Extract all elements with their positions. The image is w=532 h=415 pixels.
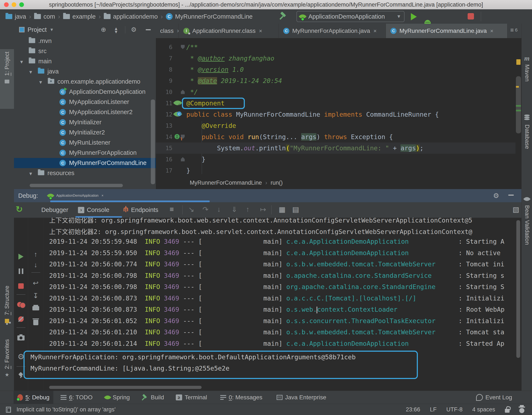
view-breakpoints-icon[interactable]: [14, 302, 28, 307]
caret-position[interactable]: 23:66: [406, 406, 420, 413]
build-project-icon[interactable]: [280, 12, 287, 19]
line-number[interactable]: 14: [156, 131, 172, 142]
tree-item-MyInitializer[interactable]: MyInitializer: [14, 117, 156, 127]
sidebar-item-favorites[interactable]: 2: Favorites★: [0, 337, 14, 389]
step-over-icon[interactable]: ↷: [202, 205, 209, 214]
step-into-icon[interactable]: ↓: [217, 205, 221, 213]
scroll-to-end-icon[interactable]: ↧: [28, 292, 43, 300]
line-number[interactable]: 6: [156, 41, 172, 53]
tree-item-resources[interactable]: ▼resources: [14, 168, 156, 178]
toolwindow-tab-debug[interactable]: 5: Debug: [14, 391, 53, 404]
toolwindow-tab-javaenterprise[interactable]: Java Enterprise: [273, 391, 330, 404]
close-icon[interactable]: ×: [259, 28, 262, 34]
chevron-down-icon[interactable]: ▼: [49, 27, 54, 32]
warning-stripe-mark[interactable]: [516, 86, 519, 88]
line-number[interactable]: 7: [156, 53, 172, 64]
toolwindow-tab-event-log[interactable]: Event Log: [472, 391, 516, 404]
spring-bean-gutter-icon[interactable]: [173, 98, 182, 107]
tree-item-com.example.applicationdemo[interactable]: ▼com.example.applicationdemo: [14, 77, 156, 87]
line-number[interactable]: 17: [156, 165, 172, 176]
breadcrumb-item-java[interactable]: java: [6, 13, 26, 20]
debug-tab-endpoints[interactable]: ψEndpoints: [123, 202, 158, 218]
fold-marker[interactable]: [181, 45, 185, 49]
tree-item-ApplicationDemoApplication[interactable]: ApplicationDemoApplication: [14, 87, 156, 97]
spring-bean-class-gutter-icon[interactable]: [173, 110, 182, 119]
line-number[interactable]: 9: [156, 75, 172, 86]
console-vertical-scrollbar[interactable]: [516, 220, 520, 358]
toolwindow-tab-messages[interactable]: 0: Messages: [217, 391, 266, 404]
tree-item-MyApplicationListener[interactable]: MyApplicationListener: [14, 97, 156, 107]
locate-file-icon[interactable]: ⊕: [101, 26, 106, 33]
tree-expand-arrow[interactable]: ▼: [28, 171, 33, 177]
resume-icon[interactable]: [14, 254, 28, 260]
stop-icon[interactable]: [14, 283, 28, 289]
force-step-into-icon[interactable]: ⇓: [231, 205, 238, 214]
toolwindow-tab-terminal[interactable]: ≥Terminal: [172, 391, 211, 404]
layout-settings-icon[interactable]: ▧: [513, 205, 519, 214]
info-stripe-mark[interactable]: [516, 110, 521, 111]
tree-item-main[interactable]: ▼main: [14, 56, 156, 66]
lock-icon[interactable]: [505, 409, 510, 413]
thread-dump-icon[interactable]: [14, 335, 28, 340]
toolwindow-tab-todo[interactable]: 6: TODO: [57, 391, 96, 404]
error-stripe[interactable]: [515, 38, 522, 189]
editor-tab-MyRunnerForApplication.java[interactable]: MyRunnerForApplication.java×: [279, 24, 386, 38]
close-icon[interactable]: ×: [373, 28, 377, 34]
up-stack-icon[interactable]: ↑: [28, 250, 43, 258]
indent-setting[interactable]: 4 spaces: [472, 406, 495, 413]
down-stack-icon[interactable]: ↓: [28, 261, 43, 269]
run-button[interactable]: [411, 13, 417, 20]
close-icon[interactable]: ×: [101, 194, 103, 198]
tree-item-java[interactable]: ▼java: [14, 66, 156, 77]
run-to-cursor-icon[interactable]: ↦: [260, 205, 266, 214]
soft-wrap-icon[interactable]: ↩: [28, 279, 43, 287]
breadcrumb-item-MyRunnerForCommandLine[interactable]: MyRunnerForCommandLine: [166, 13, 253, 20]
line-number[interactable]: 12: [156, 109, 172, 120]
close-icon[interactable]: ×: [490, 28, 493, 34]
sidebar-item-project[interactable]: 1: Project: [0, 49, 14, 109]
hide-panel-icon[interactable]: [146, 29, 151, 30]
breadcrumb-item-example[interactable]: example: [63, 13, 96, 20]
tree-item-MyApplicationListener2[interactable]: MyApplicationListener2: [14, 107, 156, 117]
tree-item-MyRunListener[interactable]: MyRunListener: [14, 138, 156, 148]
rerun-icon[interactable]: ↻: [16, 204, 23, 214]
gear-icon[interactable]: ⚙: [493, 192, 499, 200]
print-icon[interactable]: [28, 305, 43, 311]
tree-item-MyInitializer2[interactable]: MyInitializer2: [14, 127, 156, 138]
fold-marker[interactable]: [181, 90, 185, 94]
mute-breakpoints-icon[interactable]: [14, 316, 28, 322]
console-horizontal-scrollbar[interactable]: [49, 386, 202, 389]
clear-console-icon[interactable]: [28, 319, 43, 325]
sidebar-item-bean-validation[interactable]: Bean Validation: [522, 196, 532, 245]
tree-horizontal-scrollbar[interactable]: [30, 184, 123, 187]
tree-expand-arrow[interactable]: ▼: [28, 69, 33, 75]
fold-marker[interactable]: [181, 157, 185, 161]
line-number[interactable]: 16: [156, 154, 172, 165]
editor-scrollbar-thumb[interactable]: [516, 76, 521, 133]
line-number[interactable]: 13: [156, 120, 172, 131]
line-number[interactable]: 10: [156, 86, 172, 98]
tree-item-.mvn[interactable]: .mvn: [14, 36, 156, 46]
breadcrumb-item-applicationdemo[interactable]: applicationdemo: [104, 13, 158, 20]
line-number[interactable]: 8: [156, 64, 172, 75]
close-icon[interactable]: ×: [177, 28, 179, 34]
editor-tab-MyRunnerForCommandLine.java[interactable]: MyRunnerForCommandLine.java×: [386, 24, 507, 38]
pause-icon[interactable]: [14, 268, 28, 274]
hide-panel-icon[interactable]: [508, 195, 514, 196]
line-number[interactable]: 15: [156, 142, 172, 154]
collapse-all-icon[interactable]: ▴▾: [115, 27, 117, 33]
tree-item-src[interactable]: src: [14, 46, 156, 56]
run-configuration-select[interactable]: ApplicationDemoApplication ▼: [296, 11, 405, 22]
file-encoding[interactable]: UTF-8: [446, 406, 463, 413]
editor-tab-ApplicationRunner.class[interactable]: ApplicationRunner.class×: [179, 24, 279, 38]
step-out-icon[interactable]: ↑: [246, 205, 249, 213]
trace-settings-icon[interactable]: ▤: [292, 205, 299, 214]
line-number[interactable]: 11: [156, 98, 172, 109]
gear-icon[interactable]: ⚙: [131, 26, 137, 33]
info-stripe-mark[interactable]: [516, 105, 521, 107]
debug-session-tab[interactable]: ApplicationDemoApplication ×: [48, 189, 104, 202]
editor-tab-class[interactable]: class×: [156, 24, 179, 38]
stop-button[interactable]: [468, 13, 474, 19]
toolwindow-tab-build[interactable]: Build: [137, 391, 168, 404]
evaluate-expression-icon[interactable]: ▦: [279, 205, 285, 214]
